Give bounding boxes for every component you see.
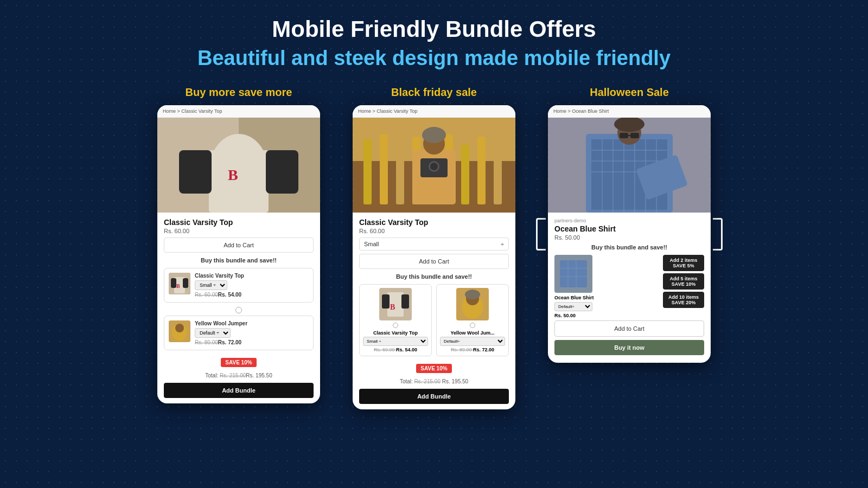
add-bundle-btn-1[interactable]: Add Bundle (164, 383, 314, 398)
product-price-2: Rs. 60.00 (359, 228, 509, 234)
svg-rect-19 (363, 139, 372, 204)
price-new-2-1: Rs. 54.00 (396, 347, 417, 352)
bundle-name-1-2: Yellow Wool Jumper (195, 320, 309, 326)
bundle-price-2-2: Rs. 80.00 Rs. 72.00 (440, 347, 505, 352)
bundle-name-1-1: Classic Varsity Top (195, 273, 309, 279)
bracket-right (713, 218, 723, 251)
column-black-friday: Black friday sale Home > Classic Varsity… (353, 86, 515, 409)
svg-rect-60 (630, 133, 639, 138)
phone-wrapper-3: Home > Ocean Blue Shirt (548, 105, 711, 363)
bundle-item-2-2: Yellow Wool Jum... Default÷ Rs. 80.00 Rs… (436, 284, 509, 356)
columns-wrapper: Buy more save more Home > Classic Varsit… (22, 86, 846, 409)
svg-rect-25 (461, 145, 469, 204)
product-image-1: B (157, 118, 320, 213)
bundle-price-1-1: Rs. 60.00Rs. 54.00 (195, 292, 309, 298)
phone-content-1: Classic Varsity Top Rs. 60.00 Add to Car… (157, 213, 320, 403)
price-new-2-2: Rs. 72.00 (473, 347, 494, 352)
save-badge-row-1: SAVE 10% (164, 355, 314, 370)
bundle-header-3: Buy this bundle and save!! (554, 244, 704, 251)
bundle-price-2-1: Rs. 60.00 Rs. 54.00 (363, 347, 428, 352)
bundle-select-2-1[interactable]: Small ÷ (363, 337, 428, 346)
column-2-title: Black friday sale (391, 86, 477, 99)
phone-mockup-3: Home > Ocean Blue Shirt (548, 105, 711, 363)
bundle-thumb-3 (554, 255, 592, 293)
add-to-cart-1[interactable]: Add to Cart (164, 237, 314, 253)
bracket-left (536, 218, 546, 251)
save-btn-2-items[interactable]: Add 2 items SAVE 5% (663, 255, 704, 271)
phone-content-2: Classic Varsity Top Rs. 60.00 Small ÷ Ad… (353, 213, 515, 409)
bundle-item-1-2: Yellow Wool Jumper Default ÷ Rs. 80.00Rs… (164, 316, 314, 350)
svg-rect-11 (183, 278, 188, 288)
svg-point-33 (430, 163, 438, 170)
column-1-title: Buy more save more (186, 86, 292, 99)
bundle-select-2-2[interactable]: Default÷ (440, 337, 505, 346)
ocean-price: Rs. 50.00 (554, 313, 659, 318)
radio-2-1 (393, 323, 398, 328)
svg-rect-36 (382, 294, 390, 309)
bundle-right-col: Add 2 items SAVE 5% Add 5 items SAVE 10%… (663, 255, 704, 308)
svg-text:B: B (228, 166, 238, 183)
total-new-2: Rs. 195.50 (441, 378, 468, 384)
total-original-2: Rs. 215.00 (414, 378, 441, 384)
svg-rect-10 (171, 278, 176, 288)
breadcrumb-2: Home > Classic Varsity Top (353, 105, 515, 118)
breadcrumb-1: Home > Classic Varsity Top (157, 105, 320, 118)
product-title-3: Ocean Blue Shirt (554, 224, 704, 233)
radio-2-2 (470, 323, 475, 328)
svg-point-42 (465, 290, 480, 299)
svg-text:B: B (176, 283, 180, 289)
bundle-select-1-1[interactable]: Small ÷ (195, 280, 227, 290)
svg-rect-27 (494, 142, 502, 204)
product-title-2: Classic Varsity Top (359, 218, 509, 227)
add-bundle-btn-2[interactable]: Add Bundle (359, 389, 509, 404)
add-to-cart-3[interactable]: Add to Cart (554, 320, 704, 337)
svg-rect-26 (477, 137, 486, 204)
save-btn-10-items[interactable]: Add 10 items SAVE 20% (663, 292, 704, 308)
column-halloween: Halloween Sale Home > Ocean Blue Shirt (548, 86, 711, 363)
product-image-2 (353, 118, 515, 213)
bundle-thumb-1-2 (169, 320, 190, 342)
radio-dot-1 (235, 307, 242, 313)
save-badge-row-2: SAVE 10% (359, 361, 509, 376)
price-new-1-1: Rs. 54.00 (218, 292, 241, 298)
save-btn-5-sublabel: SAVE 10% (672, 281, 695, 287)
price-orig-2-1: Rs. 60.00 (374, 347, 396, 352)
bundle-left-col: Ocean Blue Shirt Default÷ Rs. 50.00 (554, 255, 659, 320)
phone-mockup-1: Home > Classic Varsity Top (157, 105, 320, 403)
save-badge-2: SAVE 10% (416, 364, 451, 373)
product-image-3 (548, 118, 711, 213)
price-new-1-2: Rs. 72.00 (218, 339, 241, 345)
column-buy-more: Buy more save more Home > Classic Varsit… (157, 86, 320, 403)
ocean-name-text: Ocean Blue Shirt (554, 295, 659, 300)
bundle-img-2-1: B (379, 288, 412, 320)
bundle-select-1-2[interactable]: Default ÷ (195, 328, 231, 338)
bundle-name-2-1: Classic Varsity Top (363, 330, 428, 336)
bundle-header-1: Buy this bundle and save!! (164, 257, 314, 264)
total-original-1: Rs. 215.00 (220, 373, 246, 378)
bundle-item-info-1-2: Yellow Wool Jumper Default ÷ Rs. 80.00Rs… (195, 320, 309, 345)
bundle-price-1-2: Rs. 80.00Rs. 72.00 (195, 339, 309, 345)
save-btn-2-label: Add 2 items (669, 258, 697, 263)
size-select-2[interactable]: Small ÷ (359, 237, 509, 251)
svg-text:B: B (390, 303, 395, 311)
ocean-item-name: Ocean Blue Shirt Default÷ Rs. 50.00 (554, 295, 659, 318)
svg-rect-63 (560, 260, 587, 287)
total-new-1: Rs. 195.50 (246, 373, 272, 378)
svg-rect-5 (179, 150, 212, 194)
size-select-value-2: Small (364, 241, 379, 247)
price-original-1-1: Rs. 60.00 (195, 292, 218, 298)
svg-rect-6 (266, 150, 298, 194)
buy-now-btn[interactable]: Buy it now (554, 340, 704, 355)
add-to-cart-2[interactable]: Add to Cart (359, 254, 509, 269)
svg-rect-37 (401, 294, 409, 309)
bundle-items-row-2: B Classic Varsity Top Small ÷ Rs. 60.00 … (359, 284, 509, 356)
bundle-item-1-1: B Classic Varsity Top Small ÷ Rs. 60.00R… (164, 268, 314, 303)
bundle-img-2-2 (456, 288, 489, 320)
sub-title: Beautiful and steek design made mobile f… (22, 47, 846, 70)
svg-rect-21 (396, 145, 404, 204)
save-badge-1: SAVE 10% (221, 358, 256, 367)
svg-rect-20 (380, 134, 388, 204)
phone-mockup-2: Home > Classic Varsity Top (353, 105, 515, 409)
ocean-select[interactable]: Default÷ (554, 302, 592, 311)
save-btn-5-items[interactable]: Add 5 items SAVE 10% (663, 273, 704, 290)
